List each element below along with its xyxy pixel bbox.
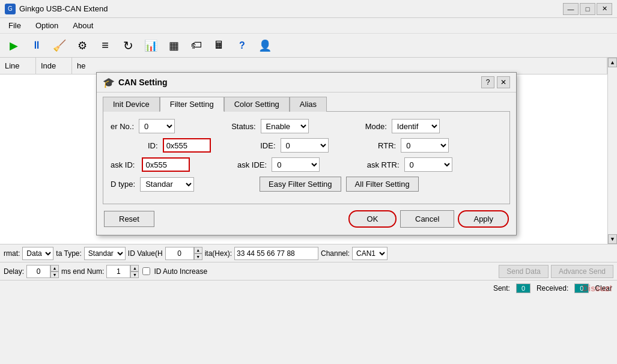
ide-label: IDE: — [260, 141, 275, 150]
dialog-body: er No.: 0 Status: Enable Mode: Identif I… — [103, 111, 510, 204]
apply-button[interactable]: Apply — [458, 210, 509, 228]
status-select[interactable]: Enable — [261, 119, 309, 133]
send-data-button[interactable]: Send Data — [499, 265, 549, 278]
data-type-select[interactable]: Standar — [84, 247, 126, 260]
status-label: Status: — [231, 122, 255, 131]
mask-id-input[interactable]: 0x555 — [142, 157, 190, 172]
dialog-icon: 🎓 — [103, 77, 115, 88]
col-he: he — [72, 58, 607, 74]
play-button[interactable]: ▶ — [4, 36, 24, 55]
app-title: Ginkgo USB-CAN Extend — [19, 4, 108, 13]
ide-select[interactable]: 0 — [281, 138, 329, 153]
delay-label: Delay: — [4, 267, 24, 276]
menu-bar: File Option About — [0, 18, 617, 34]
tag-button[interactable]: 🏷 — [186, 36, 207, 55]
scroll-down-arrow[interactable]: ▼ — [608, 234, 617, 244]
toolbar: ▶ ⏸ 🧹 ⚙ ≡ ↻ 📊 ▦ 🏷 🖩 ? 👤 — [0, 34, 617, 58]
ok-button[interactable]: OK — [348, 210, 397, 228]
format-label: rmat: — [4, 249, 20, 258]
calc-button[interactable]: 🖩 — [209, 36, 229, 55]
menu-about[interactable]: About — [67, 20, 99, 31]
clear-label: Clear — [595, 284, 612, 293]
help-button[interactable]: ? — [232, 36, 252, 55]
bottom-panel-1: rmat: Data ta Type: Standar ID Value(H ▲… — [0, 244, 617, 262]
mask-ide-select[interactable]: 0 — [272, 157, 320, 172]
dialog-title-controls: ? ✕ — [481, 76, 510, 88]
app-icon: G — [5, 4, 16, 14]
id-value-label: ID Value(H — [128, 249, 163, 258]
reset-button[interactable]: Reset — [104, 211, 154, 227]
minimize-button[interactable]: — — [563, 3, 579, 15]
sent-value: 0 — [516, 284, 530, 293]
mask-id-label: ask ID: — [111, 160, 135, 169]
delay-input[interactable] — [26, 265, 50, 278]
refresh-button[interactable]: ↻ — [118, 36, 138, 55]
data-hex-label: ita(Hex): — [205, 249, 232, 258]
tab-filter-setting[interactable]: Filter Setting — [160, 97, 224, 112]
dialog-tabs: Init Device Filter Setting Color Setting… — [97, 93, 516, 111]
status-bar: Sent: 0 Received: 0 Clear Dissuz! — [0, 280, 617, 296]
mask-rtr-label: ask RTR: — [367, 160, 400, 169]
delay-up-btn[interactable]: ▲ — [50, 265, 59, 271]
num-down-btn[interactable]: ▼ — [130, 271, 139, 278]
num-spinner[interactable]: ▲ ▼ — [106, 265, 139, 278]
col-index: Inde — [36, 58, 72, 74]
settings-button[interactable]: ⚙ — [72, 36, 93, 55]
id-down-btn[interactable]: ▼ — [194, 253, 202, 260]
dialog-close-button[interactable]: ✕ — [497, 76, 510, 88]
frame-type-label: D type: — [111, 180, 135, 189]
mode-select[interactable]: Identif — [392, 119, 440, 133]
user-button[interactable]: 👤 — [255, 36, 275, 55]
grid-button[interactable]: ▦ — [163, 36, 184, 55]
tab-color-setting[interactable]: Color Setting — [224, 97, 290, 112]
mask-ide-label: ask IDE: — [237, 160, 267, 169]
id-value-spinner[interactable]: ▲ ▼ — [165, 247, 202, 260]
frame-type-select[interactable]: Standar — [140, 177, 194, 192]
bottom-panel-2: Delay: ▲ ▼ ms end Num: ▲ ▼ ID Auto Incre… — [0, 262, 617, 280]
vertical-scrollbar[interactable]: ▲ ▼ — [607, 58, 617, 244]
mode-label: Mode: — [365, 122, 387, 131]
can-setting-dialog: 🎓 CAN Setting ? ✕ Init Device Filter Set… — [96, 72, 517, 235]
advance-send-button[interactable]: Advance Send — [551, 265, 613, 278]
dialog-title-bar: 🎓 CAN Setting ? ✕ — [97, 73, 516, 93]
filter-no-select[interactable]: 0 — [139, 119, 175, 133]
id-input[interactable]: 0x555 — [163, 138, 211, 153]
clear-button[interactable]: 🧹 — [49, 36, 70, 55]
close-button[interactable]: ✕ — [597, 3, 612, 15]
id-value-input[interactable] — [165, 247, 194, 260]
pause-button[interactable]: ⏸ — [26, 36, 47, 55]
scroll-track[interactable] — [608, 67, 617, 234]
sent-label: Sent: — [493, 284, 510, 293]
delay-spinner[interactable]: ▲ ▼ — [26, 265, 59, 278]
tab-init-device[interactable]: Init Device — [103, 97, 160, 112]
delay-down-btn[interactable]: ▼ — [50, 271, 59, 278]
easy-filter-button[interactable]: Easy Filter Setting — [260, 177, 341, 192]
maximize-button[interactable]: □ — [580, 3, 595, 15]
id-label: ID: — [148, 141, 158, 150]
filter-no-label: er No.: — [111, 122, 134, 131]
tab-alias[interactable]: Alias — [290, 97, 327, 112]
id-up-btn[interactable]: ▲ — [194, 247, 202, 253]
menu-file[interactable]: File — [2, 20, 27, 31]
filter-row-3: ask ID: 0x555 ask IDE: 0 ask RTR: 0 — [111, 157, 502, 172]
list-button[interactable]: ≡ — [95, 36, 115, 55]
scroll-up-arrow[interactable]: ▲ — [608, 58, 617, 67]
menu-option[interactable]: Option — [29, 20, 64, 31]
format-select[interactable]: Data — [22, 247, 53, 260]
num-input[interactable] — [106, 265, 130, 278]
title-bar: G Ginkgo USB-CAN Extend — □ ✕ — [0, 0, 617, 18]
rtr-select[interactable]: 0 — [401, 138, 449, 153]
title-bar-controls: — □ ✕ — [563, 3, 612, 15]
filter-row-4: D type: Standar Easy Filter Setting All … — [111, 177, 502, 192]
num-up-btn[interactable]: ▲ — [130, 265, 139, 271]
dialog-title-text: CAN Setting — [118, 77, 168, 87]
data-type-label: ta Type: — [56, 249, 81, 258]
chart-button[interactable]: 📊 — [141, 36, 161, 55]
channel-select[interactable]: CAN1 — [352, 247, 388, 260]
data-hex-input[interactable] — [234, 247, 318, 260]
all-filter-button[interactable]: All Filter Setting — [346, 177, 419, 192]
cancel-button[interactable]: Cancel — [400, 210, 454, 228]
auto-increase-checkbox[interactable] — [142, 267, 150, 275]
dialog-help-button[interactable]: ? — [481, 76, 494, 88]
mask-rtr-select[interactable]: 0 — [404, 157, 452, 172]
